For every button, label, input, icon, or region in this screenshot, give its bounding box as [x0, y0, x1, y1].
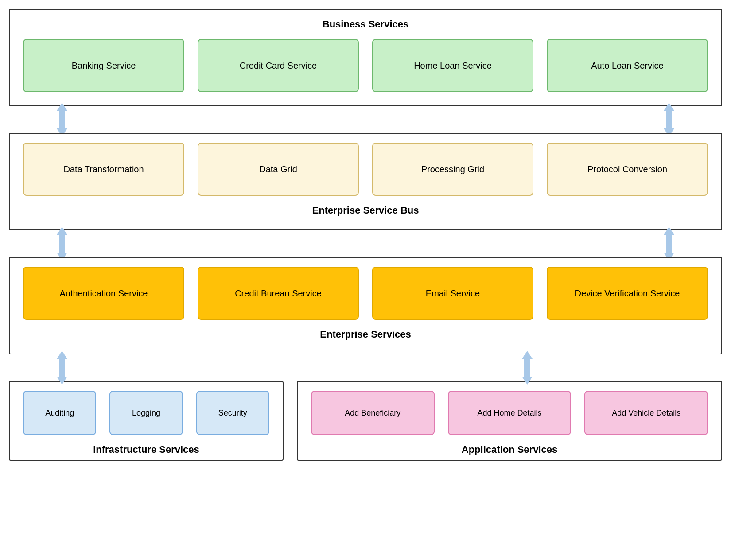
bottom-row: Auditing Logging Security Infrastructure…: [9, 381, 722, 461]
enterprise-services-title: Enterprise Services: [23, 329, 708, 340]
architecture-diagram: Business Services Banking Service Credit…: [9, 9, 722, 461]
application-services-section: Add Beneficiary Add Home Details Add Veh…: [297, 381, 722, 461]
auto-loan-service-card: Auto Loan Service: [547, 39, 708, 92]
arrow-up-2: [57, 227, 67, 235]
enterprise-services-section: Authentication Service Credit Bureau Ser…: [9, 257, 722, 354]
arrow-up-3r: [522, 351, 533, 359]
arrow-body-3: [59, 359, 65, 377]
business-services-cards: Banking Service Credit Card Service Home…: [23, 39, 708, 92]
auditing-card: Auditing: [23, 391, 96, 435]
arrow-left-2: [53, 227, 71, 261]
arrow-down-3r: [522, 377, 533, 385]
arrow-body-1r: [666, 111, 672, 128]
arrow-up-1r: [664, 103, 674, 111]
arrow-body-1: [59, 111, 65, 128]
arrow-row-3: [9, 354, 722, 381]
security-card: Security: [196, 391, 269, 435]
application-services-title: Application Services: [311, 444, 708, 455]
esb-section: Data Transformation Data Grid Processing…: [9, 133, 722, 230]
credit-bureau-service-card: Credit Bureau Service: [198, 267, 359, 320]
data-transformation-card: Data Transformation: [23, 143, 184, 196]
business-services-section: Business Services Banking Service Credit…: [9, 9, 722, 106]
arrow-left-1: [53, 103, 71, 136]
credit-card-service-card: Credit Card Service: [198, 39, 359, 92]
data-grid-card: Data Grid: [198, 143, 359, 196]
double-arrow-2: [53, 227, 71, 261]
application-cards: Add Beneficiary Add Home Details Add Veh…: [311, 391, 708, 435]
add-beneficiary-card: Add Beneficiary: [311, 391, 435, 435]
infrastructure-services-section: Auditing Logging Security Infrastructure…: [9, 381, 284, 461]
banking-service-card: Banking Service: [23, 39, 184, 92]
double-arrow-2r: [660, 227, 678, 261]
logging-card: Logging: [109, 391, 183, 435]
enterprise-services-cards: Authentication Service Credit Bureau Ser…: [23, 267, 708, 320]
arrow-body-3r: [524, 359, 530, 377]
esb-title: Enterprise Service Bus: [23, 205, 708, 216]
double-arrow-3: [53, 351, 71, 385]
arrow-row-1: [9, 106, 722, 133]
infrastructure-services-title: Infrastructure Services: [23, 444, 269, 455]
arrow-down-3: [57, 377, 67, 385]
authentication-service-card: Authentication Service: [23, 267, 184, 320]
arrow-up-3: [57, 351, 67, 359]
business-services-title: Business Services: [23, 19, 708, 30]
arrow-up-1: [57, 103, 67, 111]
arrow-right-3: [518, 351, 536, 385]
double-arrow-1: [53, 103, 71, 136]
home-loan-service-card: Home Loan Service: [372, 39, 533, 92]
arrow-right-1: [660, 103, 678, 136]
add-vehicle-details-card: Add Vehicle Details: [584, 391, 708, 435]
double-arrow-1r: [660, 103, 678, 136]
protocol-conversion-card: Protocol Conversion: [547, 143, 708, 196]
arrow-up-2r: [664, 227, 674, 235]
arrow-left-3: [53, 351, 71, 385]
double-arrow-3r: [518, 351, 536, 385]
email-service-card: Email Service: [372, 267, 533, 320]
arrow-right-2: [660, 227, 678, 261]
arrow-body-2r: [666, 235, 672, 253]
arrow-body-2: [59, 235, 65, 253]
device-verification-service-card: Device Verification Service: [547, 267, 708, 320]
processing-grid-card: Processing Grid: [372, 143, 533, 196]
esb-cards: Data Transformation Data Grid Processing…: [23, 143, 708, 196]
add-home-details-card: Add Home Details: [448, 391, 572, 435]
infrastructure-cards: Auditing Logging Security: [23, 391, 269, 435]
arrow-row-2: [9, 230, 722, 257]
